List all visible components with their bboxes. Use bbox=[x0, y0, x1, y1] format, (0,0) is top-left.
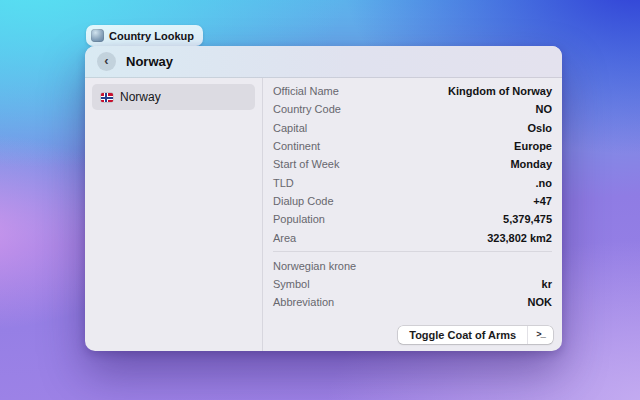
app-icon bbox=[91, 29, 104, 42]
detail-row-symbol: Symbol kr bbox=[273, 275, 552, 293]
detail-value: +47 bbox=[533, 195, 552, 207]
detail-value: Oslo bbox=[528, 122, 552, 134]
detail-value: Monday bbox=[510, 158, 552, 170]
button-group: Toggle Coat of Arms >_ bbox=[398, 326, 553, 344]
sidebar: Norway bbox=[85, 78, 263, 351]
terminal-prompt-icon: >_ bbox=[536, 330, 545, 340]
detail-label: Area bbox=[273, 232, 296, 244]
terminal-shortcut-button[interactable]: >_ bbox=[527, 326, 553, 344]
norway-flag-icon bbox=[101, 93, 113, 102]
toggle-coat-of-arms-button[interactable]: Toggle Coat of Arms bbox=[398, 326, 527, 344]
detail-label: Official Name bbox=[273, 85, 339, 97]
sidebar-item-norway[interactable]: Norway bbox=[92, 84, 255, 110]
window-content: Norway Official Name Kingdom of Norway C… bbox=[85, 78, 562, 351]
country-lookup-window: ‹ Norway Norway Official Name Kingdom of… bbox=[85, 46, 562, 351]
detail-value: Kingdom of Norway bbox=[448, 85, 552, 97]
back-button[interactable]: ‹ bbox=[97, 52, 116, 71]
detail-label: Start of Week bbox=[273, 158, 339, 170]
chevron-left-icon: ‹ bbox=[104, 54, 108, 67]
currency-section-title-row: Norwegian krone bbox=[273, 257, 552, 275]
detail-value: 323,802 km2 bbox=[487, 232, 552, 244]
footer-actions: Toggle Coat of Arms >_ bbox=[398, 326, 553, 344]
currency-name: Norwegian krone bbox=[273, 260, 356, 272]
detail-row-abbreviation: Abbreviation NOK bbox=[273, 293, 552, 311]
detail-label: Continent bbox=[273, 140, 320, 152]
detail-panel: Official Name Kingdom of Norway Country … bbox=[263, 78, 562, 351]
titlebar: ‹ Norway bbox=[85, 46, 562, 78]
detail-label: Population bbox=[273, 213, 325, 225]
page-title: Norway bbox=[126, 54, 173, 69]
detail-label: Symbol bbox=[273, 278, 310, 290]
detail-row-tld: TLD .no bbox=[273, 173, 552, 191]
detail-row-population: Population 5,379,475 bbox=[273, 210, 552, 228]
detail-row-dialup-code: Dialup Code +47 bbox=[273, 192, 552, 210]
detail-value: NO bbox=[536, 103, 553, 115]
window-tab[interactable]: Country Lookup bbox=[86, 25, 203, 46]
detail-value: Europe bbox=[514, 140, 552, 152]
detail-label: Abbreviation bbox=[273, 296, 334, 308]
detail-value: kr bbox=[542, 278, 552, 290]
detail-value: .no bbox=[536, 177, 553, 189]
detail-row-country-code: Country Code NO bbox=[273, 100, 552, 118]
detail-row-area: Area 323,802 km2 bbox=[273, 228, 552, 246]
sidebar-item-label: Norway bbox=[120, 90, 161, 104]
detail-label: TLD bbox=[273, 177, 294, 189]
detail-row-start-of-week: Start of Week Monday bbox=[273, 155, 552, 173]
detail-row-capital: Capital Oslo bbox=[273, 119, 552, 137]
section-divider bbox=[273, 251, 552, 252]
detail-label: Country Code bbox=[273, 103, 341, 115]
detail-row-continent: Continent Europe bbox=[273, 137, 552, 155]
detail-row-official-name: Official Name Kingdom of Norway bbox=[273, 82, 552, 100]
detail-label: Capital bbox=[273, 122, 307, 134]
detail-label: Dialup Code bbox=[273, 195, 334, 207]
detail-value: 5,379,475 bbox=[503, 213, 552, 225]
window-tab-title: Country Lookup bbox=[109, 30, 194, 42]
detail-value: NOK bbox=[528, 296, 552, 308]
